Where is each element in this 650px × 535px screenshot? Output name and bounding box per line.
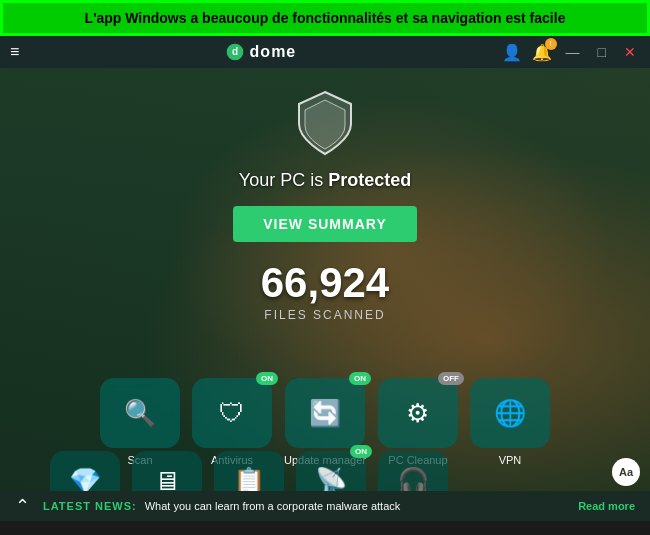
main-content: Your PC is Protected VIEW SUMMARY 66,924…	[0, 68, 650, 521]
close-button[interactable]: ✕	[620, 42, 640, 62]
files-scanned-count: 66,924	[261, 262, 389, 304]
update-manager-button[interactable]: ON 🔄	[285, 378, 365, 448]
update-manager-badge: ON	[349, 372, 371, 385]
vpn-icon: 🌐	[494, 400, 526, 426]
annotation-banner: L'app Windows a beaucoup de fonctionnali…	[0, 0, 650, 36]
user-icon[interactable]: 👤	[502, 43, 522, 62]
pc-cleanup-icon: ⚙	[406, 400, 429, 426]
vpn-item: 🌐 VPN	[470, 378, 550, 466]
scan-button[interactable]: 🔍	[100, 378, 180, 448]
app-logo: d dome	[225, 42, 297, 62]
hamburger-menu-icon[interactable]: ≡	[10, 43, 19, 61]
antivirus-button[interactable]: ON 🛡	[192, 378, 272, 448]
minimize-button[interactable]: —	[562, 42, 584, 62]
antivirus-icon: 🛡	[219, 400, 245, 426]
titlebar: ≡ d dome 👤 🔔 ! — □ ✕	[0, 36, 650, 68]
notification-icon[interactable]: 🔔 !	[532, 43, 552, 62]
protection-status: Your PC is Protected	[239, 170, 411, 191]
feature9-badge: ON	[350, 445, 372, 458]
svg-text:d: d	[232, 47, 238, 58]
notification-badge: !	[545, 38, 557, 50]
pc-cleanup-button[interactable]: OFF ⚙	[378, 378, 458, 448]
latest-news-label: LATEST NEWS:	[43, 500, 137, 512]
antivirus-badge: ON	[256, 372, 278, 385]
maximize-button[interactable]: □	[594, 42, 610, 62]
app-name: dome	[250, 43, 297, 61]
update-manager-icon: 🔄	[309, 400, 341, 426]
shield-icon	[295, 88, 355, 162]
files-scanned-label: FILES SCANNED	[264, 308, 385, 322]
news-text: What you can learn from a corporate malw…	[145, 500, 570, 512]
back-button[interactable]: ⌃	[15, 495, 30, 517]
font-size-button[interactable]: Aa	[612, 458, 640, 486]
scan-icon: 🔍	[124, 400, 156, 426]
status-area: Your PC is Protected VIEW SUMMARY 66,924…	[0, 88, 650, 322]
read-more-button[interactable]: Read more	[578, 500, 635, 512]
vpn-button[interactable]: 🌐	[470, 378, 550, 448]
view-summary-button[interactable]: VIEW SUMMARY	[233, 206, 416, 242]
pc-cleanup-badge: OFF	[438, 372, 464, 385]
bottom-bar: ⌃ LATEST NEWS: What you can learn from a…	[0, 491, 650, 521]
vpn-label: VPN	[499, 454, 522, 466]
